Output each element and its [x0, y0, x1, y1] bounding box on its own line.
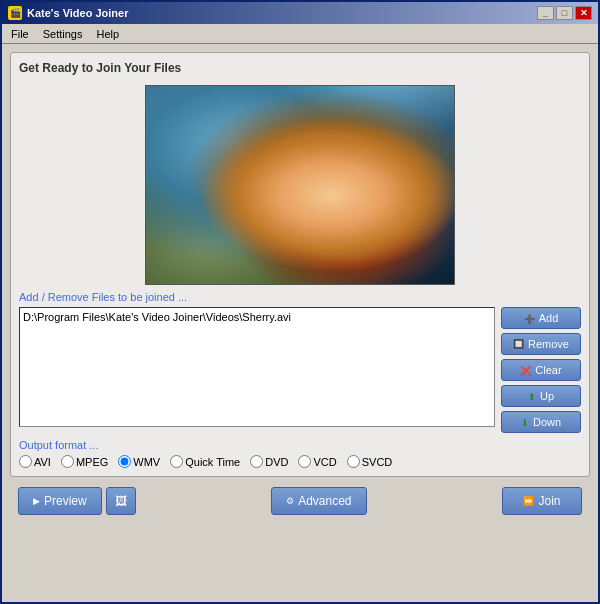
remove-icon: 🔲 [513, 339, 524, 349]
add-icon [524, 312, 535, 324]
advanced-icon: ⚙ [286, 496, 294, 506]
title-bar-text: 🎬 Kate's Video Joiner [8, 6, 128, 20]
format-avi[interactable]: AVI [19, 455, 51, 468]
preview-icon: ▶ [33, 496, 40, 506]
app-icon: 🎬 [8, 6, 22, 20]
files-listbox[interactable]: D:\Program Files\Kate's Video Joiner\Vid… [19, 307, 495, 427]
join-button[interactable]: ⏩ Join [502, 487, 582, 515]
add-button[interactable]: Add [501, 307, 581, 329]
close-button[interactable]: ✕ [575, 6, 592, 20]
format-quicktime[interactable]: Quick Time [170, 455, 240, 468]
clear-button[interactable]: Clear [501, 359, 581, 381]
format-wmv[interactable]: WMV [118, 455, 160, 468]
window-title: Kate's Video Joiner [27, 7, 128, 19]
main-panel: Get Ready to Join Your Files Add / Remov… [10, 52, 590, 477]
format-radio-group: AVI MPEG WMV Quick Time [19, 455, 581, 468]
up-button[interactable]: Up [501, 385, 581, 407]
files-label: Add / Remove Files to be joined ... [19, 291, 581, 303]
format-dvd[interactable]: DVD [250, 455, 288, 468]
up-icon [528, 390, 536, 402]
join-icon: ⏩ [523, 496, 534, 506]
title-bar: 🎬 Kate's Video Joiner _ □ ✕ [2, 2, 598, 24]
remove-button[interactable]: 🔲 Remove [501, 333, 581, 355]
menu-bar: File Settings Help [2, 24, 598, 44]
video-preview [145, 85, 455, 285]
files-buttons: Add 🔲 Remove Clear Up [501, 307, 581, 433]
title-buttons: _ □ ✕ [537, 6, 592, 20]
down-button[interactable]: Down [501, 411, 581, 433]
format-svcd[interactable]: SVCD [347, 455, 393, 468]
output-label: Output format ... [19, 439, 581, 451]
menu-file[interactable]: File [6, 27, 34, 41]
minimize-button[interactable]: _ [537, 6, 554, 20]
menu-help[interactable]: Help [91, 27, 124, 41]
preview-button[interactable]: ▶ Preview [18, 487, 102, 515]
main-content: Get Ready to Join Your Files Add / Remov… [2, 44, 598, 602]
bottom-bar: ▶ Preview 🖼 ⚙ Advanced ⏩ Join [10, 483, 590, 519]
screenshot-icon: 🖼 [115, 494, 127, 508]
format-vcd[interactable]: VCD [298, 455, 336, 468]
screenshot-button[interactable]: 🖼 [106, 487, 136, 515]
format-mpeg[interactable]: MPEG [61, 455, 108, 468]
panel-title: Get Ready to Join Your Files [19, 61, 581, 75]
output-section: Output format ... AVI MPEG WMV [19, 439, 581, 468]
clear-icon [520, 364, 531, 376]
maximize-button[interactable]: □ [556, 6, 573, 20]
advanced-button[interactable]: ⚙ Advanced [271, 487, 366, 515]
video-thumbnail [146, 86, 454, 284]
list-item: D:\Program Files\Kate's Video Joiner\Vid… [23, 311, 491, 323]
down-icon [521, 416, 529, 428]
bottom-left: ▶ Preview 🖼 [18, 487, 136, 515]
bottom-center: ⚙ Advanced [271, 487, 366, 515]
files-row: D:\Program Files\Kate's Video Joiner\Vid… [19, 307, 581, 433]
bottom-right: ⏩ Join [502, 487, 582, 515]
files-section: Add / Remove Files to be joined ... D:\P… [19, 291, 581, 433]
menu-settings[interactable]: Settings [38, 27, 88, 41]
main-window: 🎬 Kate's Video Joiner _ □ ✕ File Setting… [0, 0, 600, 604]
